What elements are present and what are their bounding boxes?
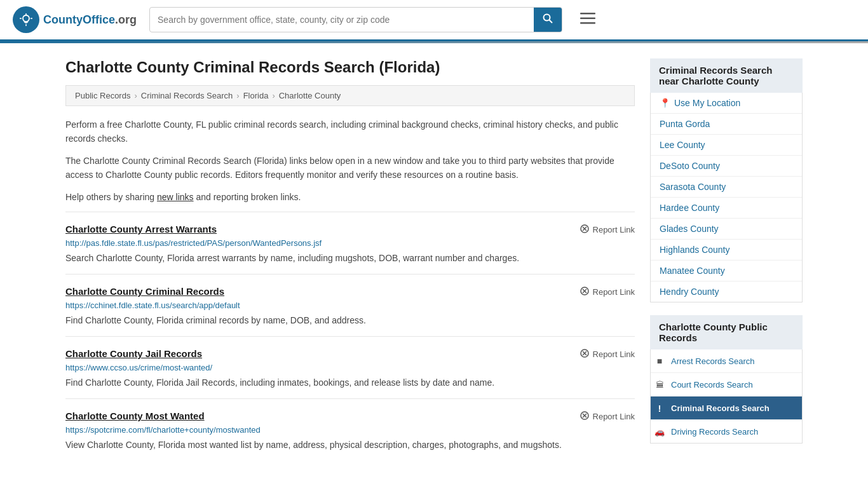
report-link-2[interactable]: Report Link <box>580 348 635 360</box>
logo-icon <box>13 6 39 33</box>
report-link-label-1: Report Link <box>593 287 635 297</box>
list-item[interactable]: Hendry County <box>651 281 802 302</box>
description-para2: The Charlotte County Criminal Records Se… <box>65 154 635 182</box>
description-para1: Perform a free Charlotte County, FL publ… <box>65 118 635 146</box>
list-item[interactable]: Sarasota County <box>651 177 802 198</box>
breadcrumb-florida[interactable]: Florida <box>243 91 269 100</box>
sidebar-public-links: ■ Arrest Records Search 🏛 Court Records … <box>650 349 803 444</box>
breadcrumb: Public Records › Criminal Records Search… <box>65 85 635 106</box>
sidebar-nearby-section: Criminal Records Search near Charlotte C… <box>650 58 803 302</box>
search-input[interactable] <box>150 10 534 30</box>
search-button[interactable] <box>534 8 562 32</box>
result-item: Charlotte County Criminal Records Report… <box>65 274 635 336</box>
svg-rect-8 <box>580 13 595 15</box>
sidebar-item-arrest-records[interactable]: ■ Arrest Records Search <box>651 349 802 373</box>
report-link-label-2: Report Link <box>593 349 635 359</box>
breadcrumb-criminal-records[interactable]: Criminal Records Search <box>141 91 233 100</box>
sidebar-item-criminal-records[interactable]: ! Criminal Records Search <box>651 396 802 420</box>
report-link-0[interactable]: Report Link <box>580 224 635 236</box>
result-title-0[interactable]: Charlotte County Arrest Warrants <box>65 224 217 234</box>
sidebar-item-court-records[interactable]: 🏛 Court Records Search <box>651 373 802 396</box>
sidebar-use-location[interactable]: 📍 Use My Location <box>651 93 802 114</box>
menu-button[interactable] <box>575 9 600 30</box>
list-item[interactable]: Hardee County <box>651 198 802 219</box>
sidebar-nearby-links: 📍 Use My Location Punta Gorda Lee County… <box>650 93 803 302</box>
sidebar-public-records-header: Charlotte County Public Records <box>650 315 803 349</box>
report-icon-0 <box>580 224 590 236</box>
sidebar: Criminal Records Search near Charlotte C… <box>650 58 803 461</box>
report-link-label-0: Report Link <box>593 225 635 234</box>
new-links[interactable]: new links <box>157 192 194 202</box>
result-desc-2: Find Charlotte County, Florida Jail Reco… <box>65 376 635 390</box>
result-title-2[interactable]: Charlotte County Jail Records <box>65 348 202 359</box>
criminal-records-icon: ! <box>651 396 668 419</box>
result-desc-0: Search Charlotte County, Florida arrest … <box>65 252 635 265</box>
result-item: Charlotte County Arrest Warrants Report … <box>65 212 635 274</box>
result-url-0[interactable]: http://pas.fdle.state.fl.us/pas/restrict… <box>65 238 635 248</box>
result-url-2[interactable]: https://www.ccso.us/crime/most-wanted/ <box>65 363 635 372</box>
report-link-3[interactable]: Report Link <box>580 410 635 423</box>
result-title-1[interactable]: Charlotte County Criminal Records <box>65 286 224 297</box>
report-link-label-3: Report Link <box>593 412 635 421</box>
page-title: Charlotte County Criminal Records Search… <box>65 58 635 76</box>
results-list: Charlotte County Arrest Warrants Report … <box>65 212 635 461</box>
svg-point-6 <box>544 15 550 21</box>
court-records-icon: 🏛 <box>651 373 668 396</box>
report-icon-1 <box>580 286 590 298</box>
list-item[interactable]: DeSoto County <box>651 156 802 177</box>
report-icon-3 <box>580 410 590 423</box>
list-item[interactable]: Lee County <box>651 135 802 156</box>
result-desc-1: Find Charlotte County, Florida criminal … <box>65 314 635 327</box>
result-url-3[interactable]: https://spotcrime.com/fl/charlotte+count… <box>65 425 635 435</box>
list-item[interactable]: Manatee County <box>651 261 802 281</box>
content-area: Charlotte County Criminal Records Search… <box>65 58 635 461</box>
svg-rect-10 <box>580 22 595 24</box>
site-header: CountyOffice.org <box>0 0 868 41</box>
description-para3: Help others by sharing new links and rep… <box>65 190 635 204</box>
breadcrumb-public-records[interactable]: Public Records <box>75 91 130 100</box>
svg-line-7 <box>550 20 553 24</box>
report-link-1[interactable]: Report Link <box>580 286 635 298</box>
svg-rect-9 <box>580 18 595 20</box>
list-item[interactable]: Highlands County <box>651 240 802 261</box>
arrest-records-icon: ■ <box>651 349 668 372</box>
sidebar-public-records-section: Charlotte County Public Records ■ Arrest… <box>650 315 803 444</box>
logo[interactable]: CountyOffice.org <box>13 6 137 33</box>
location-pin-icon: 📍 <box>660 98 670 108</box>
list-item[interactable]: Glades County <box>651 219 802 240</box>
list-item[interactable]: Punta Gorda <box>651 114 802 135</box>
sidebar-nearby-header: Criminal Records Search near Charlotte C… <box>650 58 803 93</box>
result-item: Charlotte County Jail Records Report Lin… <box>65 336 635 398</box>
result-desc-3: View Charlotte County, Florida most want… <box>65 438 635 452</box>
search-bar[interactable] <box>149 7 562 32</box>
driving-records-icon: 🚗 <box>651 420 668 443</box>
result-url-1[interactable]: https://cchinet.fdle.state.fl.us/search/… <box>65 301 635 310</box>
sidebar-item-driving-records[interactable]: 🚗 Driving Records Search <box>651 420 802 443</box>
breadcrumb-current: Charlotte County <box>279 91 341 100</box>
main-container: Charlotte County Criminal Records Search… <box>53 43 815 476</box>
report-icon-2 <box>580 348 590 360</box>
logo-text: CountyOffice.org <box>43 13 137 27</box>
result-title-3[interactable]: Charlotte County Most Wanted <box>65 410 205 421</box>
result-item: Charlotte County Most Wanted Report Link… <box>65 398 635 461</box>
